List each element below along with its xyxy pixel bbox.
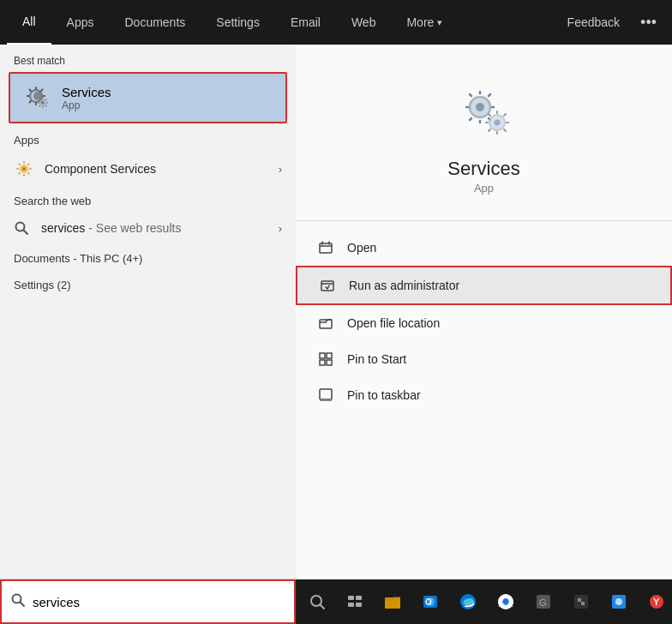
svg-rect-21 xyxy=(327,360,332,365)
svg-point-2 xyxy=(33,93,39,99)
taskbar-explorer-icon[interactable] xyxy=(375,584,411,620)
chevron-right-icon: › xyxy=(279,163,282,176)
pin-taskbar-label: Pin to taskbar xyxy=(347,388,421,402)
web-chevron-right-icon: › xyxy=(279,222,282,235)
tab-apps[interactable]: Apps xyxy=(51,0,110,45)
search-bar xyxy=(0,579,296,624)
documents-label: Documents - This PC (4+) xyxy=(0,243,296,270)
component-services-item[interactable]: Component Services › xyxy=(0,152,296,186)
svg-rect-23 xyxy=(320,399,332,401)
taskbar-icon-6[interactable]: G xyxy=(525,584,561,620)
run-admin-action[interactable]: Run as administrator xyxy=(296,266,672,305)
svg-point-14 xyxy=(494,120,500,126)
taskbar-icon-7[interactable] xyxy=(563,584,599,620)
feedback-button[interactable]: Feedback xyxy=(555,0,632,45)
tab-more[interactable]: More ▾ xyxy=(391,0,458,45)
left-panel: Best match Services App xyxy=(0,45,296,624)
app-detail-type: App xyxy=(474,182,494,195)
svg-line-8 xyxy=(24,231,28,235)
best-match-item[interactable]: Services App xyxy=(9,72,287,123)
svg-point-4 xyxy=(42,102,45,105)
taskbar-taskview-icon[interactable] xyxy=(337,584,373,620)
more-options-button[interactable]: ••• xyxy=(632,0,665,45)
run-admin-label: Run as administrator xyxy=(349,279,459,292)
svg-text:G: G xyxy=(539,597,547,608)
open-file-label: Open file location xyxy=(347,316,440,330)
svg-rect-29 xyxy=(356,603,362,607)
app-detail-name: Services xyxy=(447,158,519,180)
more-label: More xyxy=(406,15,434,29)
pin-start-icon xyxy=(316,350,335,369)
web-search-item[interactable]: services - See web results › xyxy=(0,213,296,243)
tab-settings[interactable]: Settings xyxy=(201,0,275,45)
svg-rect-15 xyxy=(320,243,332,253)
search-bar-container xyxy=(0,579,296,624)
open-action[interactable]: Open xyxy=(296,230,672,266)
web-section-label: Search the web xyxy=(0,186,296,213)
taskbar-icon-9[interactable]: Y xyxy=(639,584,672,620)
svg-rect-20 xyxy=(320,360,325,365)
svg-point-44 xyxy=(615,598,622,605)
tab-documents[interactable]: Documents xyxy=(109,0,201,45)
taskbar-search-icon[interactable] xyxy=(299,584,335,620)
component-services-icon xyxy=(14,159,34,179)
svg-rect-26 xyxy=(348,596,354,600)
web-item-text: services - See web results xyxy=(41,221,279,235)
pin-taskbar-icon xyxy=(316,386,335,405)
best-match-label: Best match xyxy=(0,45,296,72)
left-spacer xyxy=(0,297,296,579)
open-file-icon xyxy=(316,314,335,333)
open-icon xyxy=(316,238,335,257)
tab-all[interactable]: All xyxy=(7,0,51,45)
app-icon-large xyxy=(450,79,519,147)
search-input[interactable] xyxy=(33,595,285,609)
best-match-title: Services xyxy=(62,85,111,99)
app-detail-header: Services App xyxy=(296,45,672,221)
action-list: Open Run as administrator xyxy=(296,221,672,422)
svg-rect-41 xyxy=(578,598,581,602)
svg-point-12 xyxy=(476,103,484,111)
chevron-down-icon: ▾ xyxy=(437,17,442,28)
tab-web[interactable]: Web xyxy=(336,0,392,45)
main-layout: Best match Services App xyxy=(0,45,672,624)
taskbar-chrome-icon[interactable] xyxy=(488,584,524,620)
taskbar: O xyxy=(296,579,672,624)
open-file-action[interactable]: Open file location xyxy=(296,305,672,341)
svg-point-37 xyxy=(503,599,508,604)
settings-label: Settings (2) xyxy=(0,270,296,297)
svg-rect-22 xyxy=(320,389,332,399)
component-services-label: Component Services xyxy=(45,162,279,176)
pin-taskbar-action[interactable]: Pin to taskbar xyxy=(296,377,672,413)
taskbar-edge-icon[interactable] xyxy=(450,584,486,620)
svg-line-10 xyxy=(21,603,25,607)
svg-rect-18 xyxy=(320,353,325,358)
svg-rect-42 xyxy=(581,602,585,605)
top-nav: All Apps Documents Settings Email Web Mo… xyxy=(0,0,672,45)
svg-line-25 xyxy=(321,605,325,609)
best-match-sub: App xyxy=(62,99,111,111)
run-admin-icon xyxy=(318,276,337,295)
taskbar-outlook-icon[interactable]: O xyxy=(412,584,448,620)
right-panel: Services App Open xyxy=(296,45,672,624)
svg-text:Y: Y xyxy=(653,597,660,607)
taskbar-icon-8[interactable] xyxy=(601,584,637,620)
svg-rect-19 xyxy=(327,353,332,358)
svg-point-6 xyxy=(22,167,26,171)
search-icon xyxy=(14,219,31,237)
services-icon xyxy=(21,82,51,113)
search-bar-icon xyxy=(10,592,26,611)
pin-start-action[interactable]: Pin to Start xyxy=(296,341,672,377)
apps-section-label: Apps xyxy=(0,123,296,152)
pin-start-label: Pin to Start xyxy=(347,352,406,366)
tab-email[interactable]: Email xyxy=(275,0,336,45)
svg-rect-17 xyxy=(320,320,332,328)
open-label: Open xyxy=(347,241,376,255)
svg-rect-27 xyxy=(356,596,362,600)
best-match-text: Services App xyxy=(62,85,111,111)
svg-rect-28 xyxy=(348,603,354,607)
svg-text:O: O xyxy=(425,597,432,607)
